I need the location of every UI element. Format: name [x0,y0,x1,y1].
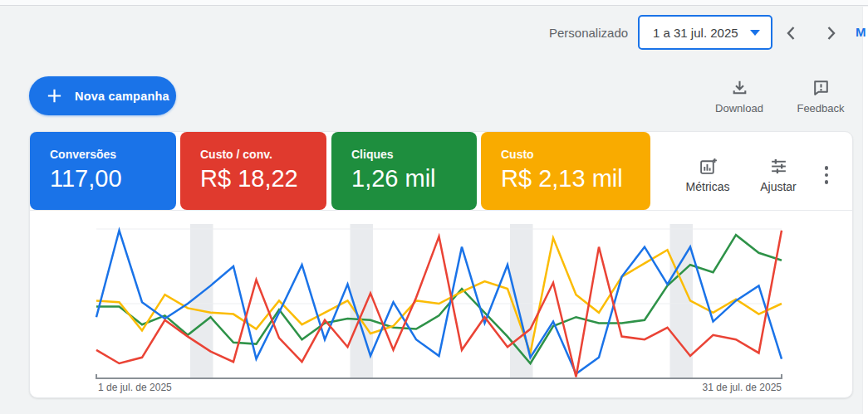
scorecard-value: R$ 18,22 [200,165,316,192]
metrics-chart-icon [699,157,718,176]
date-range-selector[interactable]: 1 a 31 jul. 2025 [638,15,772,50]
chevron-left-icon [782,23,802,43]
kebab-icon [825,166,829,170]
scorecard-label: Custo [501,148,640,161]
top-divider [0,0,868,6]
date-range-value: 1 a 31 jul. 2025 [653,26,738,40]
scorecard-cost[interactable]: Custo R$ 2,13 mil [481,132,650,210]
metrics-button[interactable]: Métricas [673,152,743,198]
feedback-icon [812,78,831,97]
previous-period-button[interactable] [782,23,802,43]
download-label: Download [715,102,763,114]
feedback-button[interactable]: Feedback [783,78,858,114]
metrics-label: Métricas [686,180,730,193]
scorecard-label: Custo / conv. [200,148,316,161]
weekend-band [190,224,213,378]
ads-overview-page: { "toolbar": { "range_type": "Personaliz… [0,0,868,414]
download-icon [730,78,749,97]
scorecard-clicks[interactable]: Cliques 1,26 mil [331,132,477,210]
more-options-button[interactable] [816,158,837,192]
scorecard-value: 1,26 mil [351,165,467,192]
adjust-button[interactable]: Ajustar [743,152,813,198]
scorecard-label: Cliques [351,148,467,161]
scorecard-value: R$ 2,13 mil [501,165,640,192]
chevron-right-icon [821,23,841,43]
scorecard-conversions[interactable]: Conversões 117,00 [30,132,176,210]
plus-icon [46,87,63,105]
tune-sliders-icon [769,157,788,176]
overview-summary-card: Conversões 117,00 Custo / conv. R$ 18,22… [29,131,853,398]
chevron-down-icon [750,30,760,36]
x-axis-start-label: 1 de jul. de 2025 [98,382,172,393]
x-axis-end-label: 31 de jul. de 2025 [703,382,782,393]
new-campaign-label: Nova campanha [75,90,169,103]
more-link-clipped[interactable]: M [856,25,866,39]
feedback-label: Feedback [797,102,844,114]
overview-chart[interactable]: 1 de jul. de 202531 de jul. de 2025 [30,211,852,398]
scorecard-value: 117,00 [50,165,166,192]
download-button[interactable]: Download [702,78,777,114]
chart-area: 1 de jul. de 202531 de jul. de 2025 [30,211,852,398]
adjust-label: Ajustar [760,180,797,193]
scorecard-label: Conversões [50,148,166,161]
date-range-type-label: Personalizado [549,26,628,40]
scrollbar[interactable] [862,7,868,414]
next-period-button[interactable] [821,23,841,43]
new-campaign-button[interactable]: Nova campanha [29,76,176,115]
scorecard-cost-per-conv[interactable]: Custo / conv. R$ 18,22 [180,132,326,210]
scorecard-header: Conversões 117,00 Custo / conv. R$ 18,22… [30,132,852,211]
